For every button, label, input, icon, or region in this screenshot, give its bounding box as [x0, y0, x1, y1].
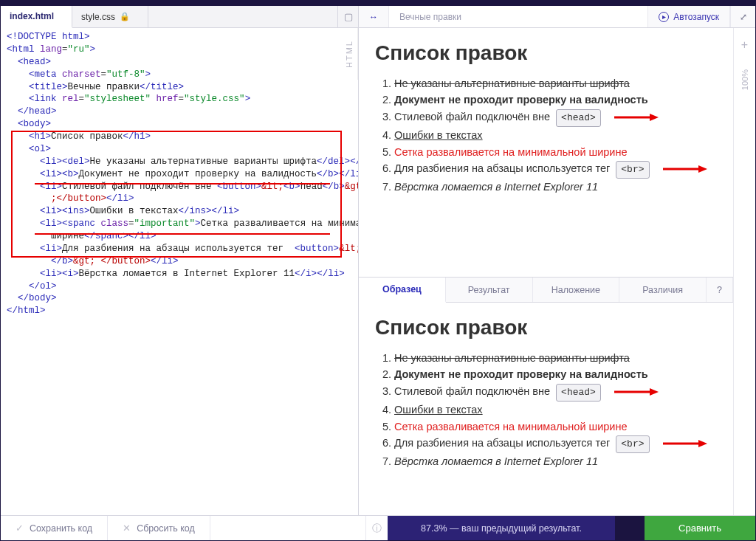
- code-button-br[interactable]: <br>: [616, 161, 649, 179]
- list-item: Сетка разваливается на минимальной ширин…: [394, 418, 717, 435]
- svg-marker-5: [650, 388, 659, 396]
- footer-spacer: [210, 516, 365, 540]
- reset-label: Сбросить код: [137, 523, 195, 534]
- annotation-underline-2: [35, 233, 330, 235]
- arrow-icon: [614, 112, 659, 123]
- fullscreen-button[interactable]: ⤢: [730, 6, 755, 27]
- tabs-spacer: [148, 6, 337, 27]
- tab-style-css[interactable]: style.css 🔒: [72, 6, 148, 27]
- preview-heading: Список правок: [375, 316, 717, 340]
- list-item: Документ не проходит проверку на валидно…: [394, 366, 717, 382]
- ref-tab-overlay[interactable]: Наложение: [533, 278, 620, 302]
- preview-pane: ↔ Вечные правки ▸ Автозапуск ⤢ Список пр…: [359, 6, 755, 515]
- reset-button[interactable]: ✕ Сбросить код: [108, 516, 210, 540]
- annotation-underline-1: [35, 183, 330, 185]
- svg-marker-3: [698, 165, 707, 173]
- tab-label: index.html: [10, 11, 54, 21]
- play-icon: ▸: [659, 12, 669, 22]
- list-item: Не указаны альтернативные варианты шрифт…: [394, 75, 717, 92]
- file-tabs: index.html style.css 🔒 ▢: [1, 6, 358, 28]
- list-item: Для разбиения на абзацы используется тег…: [394, 435, 717, 453]
- code-button-head[interactable]: <head>: [556, 109, 601, 127]
- check-icon: ✓: [16, 523, 24, 534]
- list-item: Для разбиения на абзацы используется тег…: [394, 160, 717, 179]
- arrow-icon: [614, 387, 659, 397]
- code-button-head[interactable]: <head>: [556, 384, 601, 402]
- list-item: Вёрстка ломается в Internet Explorer 11: [394, 179, 717, 195]
- autorun-label: Автозапуск: [673, 12, 719, 22]
- save-button[interactable]: ✓ Сохранить код: [1, 516, 108, 540]
- list-item: Стилевой файл подключён вне <head>: [394, 383, 717, 402]
- tab-label: style.css: [81, 12, 115, 22]
- compare-button[interactable]: Сравнить: [645, 516, 755, 540]
- info-button[interactable]: ⓘ: [365, 516, 388, 540]
- preview-row: Список правок Не указаны альтернативные …: [359, 28, 755, 515]
- preview-bottom: Список правок Не указаны альтернативные …: [359, 303, 733, 515]
- zoom-level: 100%: [740, 69, 749, 90]
- resize-handle[interactable]: ↔: [359, 6, 389, 27]
- html-badge: HTML: [340, 28, 358, 80]
- arrow-icon: [663, 438, 707, 449]
- preview-list: Не указаны альтернативные варианты шрифт…: [375, 350, 717, 470]
- close-icon: ✕: [123, 523, 131, 534]
- save-label: Сохранить код: [30, 523, 92, 534]
- list-item: Ошибки в текстах: [394, 402, 717, 418]
- reference-tabs: Образец Результат Наложение Различия ?: [359, 278, 733, 303]
- code-button-br[interactable]: <br>: [616, 435, 649, 453]
- main-area: index.html style.css 🔒 ▢ HTML <!DOCTYPE …: [1, 6, 755, 515]
- autorun-button[interactable]: ▸ Автозапуск: [648, 6, 730, 27]
- preview-header: ↔ Вечные правки ▸ Автозапуск ⤢: [359, 6, 755, 28]
- editor-pane: index.html style.css 🔒 ▢ HTML <!DOCTYPE …: [1, 6, 359, 515]
- tab-index-html[interactable]: index.html: [1, 6, 72, 28]
- annotation-box: [11, 131, 342, 258]
- previous-result: 87.3% — ваш предыдущий результат.: [388, 516, 615, 540]
- list-item: Сетка разваливается на минимальной ширин…: [394, 144, 717, 160]
- ref-tab-result[interactable]: Результат: [446, 278, 533, 302]
- list-item: Ошибки в текстах: [394, 127, 717, 143]
- footer-dark-block: [615, 516, 645, 540]
- preview-title: Вечные правки: [389, 6, 648, 27]
- preview-column: Список правок Не указаны альтернативные …: [359, 28, 733, 515]
- svg-marker-1: [650, 114, 659, 121]
- split-button[interactable]: ▢: [337, 6, 358, 27]
- list-item: Вёрстка ломается в Internet Explorer 11: [394, 453, 717, 469]
- app-window: index.html style.css 🔒 ▢ HTML <!DOCTYPE …: [0, 0, 756, 541]
- svg-marker-7: [698, 440, 707, 447]
- ref-tab-diff[interactable]: Различия: [619, 278, 707, 302]
- preview-heading: Список правок: [375, 41, 717, 65]
- zoom-rail: + 100%: [733, 28, 755, 515]
- preview-top: Список правок Не указаны альтернативные …: [359, 28, 733, 278]
- list-item: Документ не проходит проверку на валидно…: [394, 92, 717, 108]
- lock-icon: 🔒: [120, 12, 130, 21]
- list-item: Стилевой файл подключён вне <head>: [394, 108, 717, 127]
- arrow-icon: [663, 164, 707, 174]
- ref-tab-sample[interactable]: Образец: [359, 278, 446, 303]
- list-item: Не указаны альтернативные варианты шрифт…: [394, 350, 717, 366]
- footer: ✓ Сохранить код ✕ Сбросить код ⓘ 87.3% —…: [1, 515, 755, 540]
- ref-tab-help[interactable]: ?: [707, 278, 733, 302]
- zoom-in-button[interactable]: +: [741, 38, 748, 52]
- preview-list: Не указаны альтернативные варианты шрифт…: [375, 75, 717, 196]
- code-editor[interactable]: HTML <!DOCTYPE html> <html lang="ru"> <h…: [1, 28, 358, 515]
